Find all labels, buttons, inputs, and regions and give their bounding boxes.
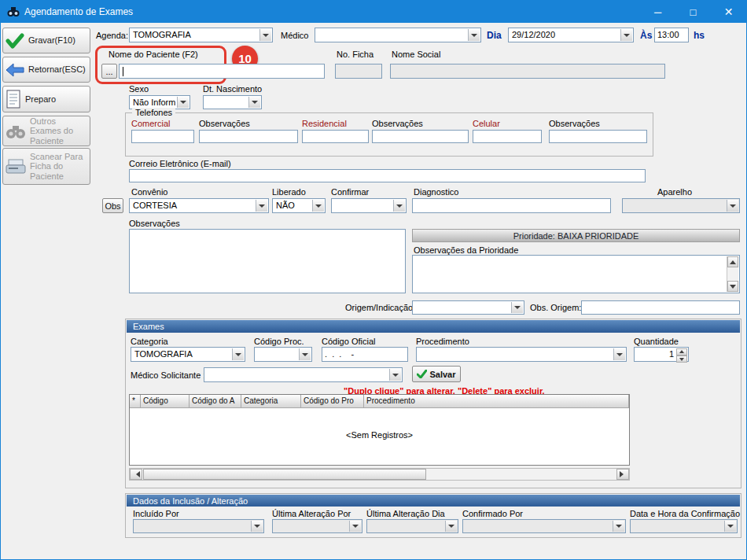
codigo-oficial-label: Código Oficial [322,337,375,346]
agenda-combobox[interactable]: TOMOGRAFIA [129,28,273,42]
obs-origem-input[interactable] [581,300,740,315]
chevron-down-icon[interactable] [177,97,189,108]
aparelho-combobox [622,198,740,213]
maximize-button[interactable]: □ [675,1,711,23]
medico-solicitante-combobox[interactable] [204,367,403,382]
quantidade-label: Quantidade [634,337,679,346]
exames-table[interactable]: * Código Código do A Categoria Código do… [129,394,630,466]
agenda-value: TOMOGRAFIA [133,30,258,39]
outros-exames-button[interactable]: Outros Exames do Paciente [2,116,90,146]
comercial-label: Comercial [131,119,171,128]
column-header-procedimento[interactable]: Procedimento [364,395,629,408]
prioridade-obs-textarea[interactable] [412,255,740,293]
diagnostico-label: Diagnostico [414,187,458,197]
scroll-up-button[interactable] [727,256,738,267]
chevron-down-icon[interactable] [299,348,311,360]
diagnostico-input[interactable] [412,198,611,213]
residencial-obs-input[interactable] [372,130,469,143]
browse-patient-button[interactable]: ... [101,64,117,79]
preparo-button[interactable]: Preparo [2,86,90,112]
chevron-down-icon[interactable] [511,302,523,313]
scrollbar-thumb[interactable] [143,469,426,480]
residencial-input[interactable] [302,130,369,143]
dia-label: Dia [487,30,502,41]
chevron-down-icon[interactable] [256,200,267,212]
salvar-button[interactable]: Salvar [412,366,461,382]
origem-label: Origem/Indicação: [345,303,415,312]
outros-exames-label: Outros Exames do Paciente [30,116,87,145]
retornar-label: Retornar(ESC) [28,64,86,74]
chevron-down-icon[interactable] [312,200,324,212]
column-header-codigo[interactable]: Código [141,395,190,408]
aparelho-label: Aparelho [657,187,692,197]
hora-input[interactable]: 13:00 [654,28,689,42]
column-header-codigo-a[interactable]: Código do A [190,395,241,408]
chevron-down-icon [349,521,361,532]
codigo-proc-combobox[interactable] [254,347,312,362]
comercial-input[interactable] [131,130,194,143]
stepper-up-icon[interactable] [676,348,687,356]
stepper-down-icon[interactable] [676,356,687,363]
close-button[interactable]: ✕ [711,1,746,23]
dt-nascimento-combobox[interactable] [203,95,262,109]
chevron-down-icon[interactable] [389,369,401,381]
incluido-por-label: Incluído Por [133,509,179,518]
dados-header: Dados da Inclusão / Alteração [127,495,740,507]
nome-paciente-input[interactable] [119,64,325,79]
comercial-obs-input[interactable] [199,130,298,143]
quantidade-stepper[interactable]: 1 [634,347,689,362]
column-header-categoria[interactable]: Categoria [241,395,301,408]
text-caret [123,67,123,76]
categoria-combobox[interactable]: TOMOGRAFIA [131,347,245,362]
check-icon [6,33,24,49]
dia-date-combobox[interactable]: 29/12/2020 [508,28,634,42]
email-input[interactable] [129,169,646,182]
confirmar-combobox[interactable] [331,198,407,213]
quantidade-value: 1 [669,349,674,359]
chevron-down-icon[interactable] [232,348,244,360]
exames-table-header: * Código Código do A Categoria Código do… [130,395,629,408]
ultima-alteracao-por-combobox [272,519,362,533]
medico-combobox[interactable] [315,28,481,42]
window-controls: ─ □ ✕ [640,1,746,23]
prioridade-obs-label: Observações da Prioridade [414,245,518,255]
minimize-button[interactable]: ─ [640,1,675,23]
procedimento-combobox[interactable] [416,347,627,362]
chevron-down-icon[interactable] [468,29,480,41]
obs-button[interactable]: Obs [102,198,123,213]
vertical-scrollbar[interactable] [727,256,738,292]
scanear-button[interactable]: Scanear Para Ficha do Paciente [2,148,90,185]
column-header-marker[interactable]: * [130,395,141,408]
observacoes-textarea[interactable] [129,229,406,293]
data-hora-confirmacao-label: Data e Hora da Confirmação [630,509,740,518]
chevron-down-icon[interactable] [620,29,632,41]
exames-header: Exames [127,320,740,333]
gravar-button[interactable]: Gravar(F10) [2,28,90,53]
celular-input[interactable] [473,130,542,143]
liberado-combobox[interactable]: NÃO [272,198,326,213]
celular-obs-label: Observações [549,119,600,128]
celular-obs-input[interactable] [549,130,647,143]
chevron-down-icon[interactable] [613,348,625,360]
scroll-left-button[interactable] [130,469,142,480]
hs-label: hs [694,30,705,41]
binoculars-icon [6,123,26,139]
chevron-down-icon[interactable] [248,97,260,108]
dt-nascimento-label: Dt. Nascimento [203,84,262,94]
convenio-combobox[interactable]: CORTESIA [129,198,269,213]
column-header-codigo-pro[interactable]: Código do Pro [301,395,364,408]
chevron-down-icon [724,521,736,532]
chevron-down-icon[interactable] [393,200,405,212]
empty-records-text: <Sem Registros> [130,430,629,440]
arrow-left-icon [6,63,24,77]
origem-combobox[interactable] [412,300,524,315]
scroll-right-button[interactable] [616,469,629,480]
scroll-down-button[interactable] [727,281,738,292]
convenio-value: CORTESIA [133,201,254,210]
retornar-button[interactable]: Retornar(ESC) [2,57,90,83]
horizontal-scrollbar[interactable] [129,468,630,481]
codigo-oficial-input[interactable]: . . . - [322,347,408,362]
convenio-label: Convênio [131,187,167,197]
chevron-down-icon[interactable] [259,29,271,41]
comercial-obs-label: Observações [199,119,250,128]
